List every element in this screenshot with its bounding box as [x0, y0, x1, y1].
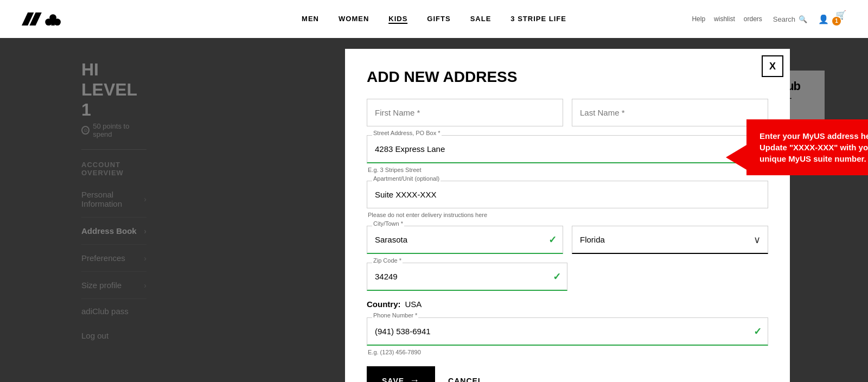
country-input[interactable]: [405, 300, 508, 309]
tooltip-bubble: Enter your MyUS address here! Update "XX…: [746, 119, 868, 175]
search-label: Search: [773, 15, 795, 23]
city-input[interactable]: [367, 226, 563, 254]
street-row: Street Address, PO Box *: [367, 135, 768, 163]
state-field: Florida California New York Texas ∨: [572, 226, 768, 254]
country-label: Country:: [367, 300, 401, 309]
phone-input[interactable]: [367, 317, 768, 346]
save-arrow-icon: →: [410, 375, 420, 382]
header-links: Help wishlist orders: [692, 15, 762, 23]
zip-row: Zip Code * ✓: [367, 263, 768, 291]
cart-badge: 1: [832, 17, 841, 26]
help-link[interactable]: Help: [692, 15, 705, 23]
street-field: Street Address, PO Box *: [367, 135, 768, 163]
phone-check-icon: ✓: [754, 326, 762, 338]
page-background: HI LEVEL 1 ⊙ 50 points to spend ACCOUNT …: [0, 38, 868, 382]
phone-row: Phone Number * ✓: [367, 317, 768, 346]
apt-warning: Please do not enter delivery instruction…: [367, 212, 768, 218]
phone-hint: E.g. (123) 456-7890: [367, 349, 768, 355]
street-label: Street Address, PO Box *: [372, 130, 442, 136]
zip-label: Zip Code *: [372, 257, 403, 264]
header-right: Help wishlist orders Search 🔍 👤 🛒 1: [692, 10, 846, 29]
last-name-field: [572, 99, 768, 126]
wishlist-link[interactable]: wishlist: [714, 15, 735, 23]
main-nav: MEN WOMEN KIDS GIFTS SALE 3 STRIPE LIFE: [302, 15, 566, 24]
save-button[interactable]: SAVE →: [367, 366, 435, 382]
header: MEN WOMEN KIDS GIFTS SALE 3 STRIPE LIFE …: [0, 0, 868, 38]
last-name-input[interactable]: [572, 99, 768, 126]
nav-men[interactable]: MEN: [302, 15, 319, 24]
header-icons: 👤 🛒 1: [818, 10, 846, 29]
modal-close-button[interactable]: X: [762, 55, 783, 77]
search-area[interactable]: Search 🔍: [773, 15, 807, 23]
nav-sale[interactable]: SALE: [470, 15, 492, 24]
zip-field: Zip Code * ✓: [367, 263, 567, 291]
nav-women[interactable]: WOMEN: [339, 15, 369, 24]
cancel-button[interactable]: CANCEL: [448, 377, 483, 383]
nav-kids[interactable]: KIDS: [388, 15, 407, 24]
user-icon[interactable]: 👤: [818, 14, 829, 24]
search-icon[interactable]: 🔍: [799, 15, 807, 23]
city-check-icon: ✓: [548, 234, 557, 246]
country-row: Country:: [367, 300, 768, 309]
form-actions: SAVE → CANCEL: [367, 366, 768, 382]
adidas-logo-icon: [22, 8, 65, 30]
city-field: City/Town * ✓: [367, 226, 563, 254]
apt-field: Apartment/Unit (optional): [367, 181, 768, 208]
orders-link[interactable]: orders: [744, 15, 762, 23]
street-hint: E.g. 3 Stripes Street: [367, 167, 768, 173]
city-state-row: City/Town * ✓ Florida California New Yor…: [367, 226, 768, 254]
svg-point-3: [54, 18, 61, 26]
phone-label: Phone Number *: [372, 312, 418, 319]
svg-rect-5: [51, 18, 54, 26]
apt-row: Apartment/Unit (optional): [367, 181, 768, 208]
city-label: City/Town *: [372, 220, 404, 227]
zip-input[interactable]: [367, 263, 567, 291]
svg-point-4: [45, 18, 52, 26]
nav-3-stripe-life[interactable]: 3 STRIPE LIFE: [510, 15, 566, 24]
name-row: [367, 99, 768, 126]
add-address-modal: X ADD NEW ADDRESS Street Address, PO Box…: [345, 49, 790, 382]
state-select[interactable]: Florida California New York Texas: [572, 226, 768, 254]
save-label: SAVE: [382, 377, 404, 383]
nav-gifts[interactable]: GIFTS: [427, 15, 450, 24]
modal-title: ADD NEW ADDRESS: [367, 68, 768, 86]
first-name-input[interactable]: [367, 99, 563, 126]
first-name-field: [367, 99, 563, 126]
apt-input[interactable]: [367, 181, 768, 208]
logo[interactable]: [22, 8, 65, 30]
zip-check-icon: ✓: [553, 271, 561, 283]
phone-field: Phone Number * ✓: [367, 317, 768, 346]
street-input[interactable]: [367, 135, 768, 163]
apt-label: Apartment/Unit (optional): [372, 175, 441, 182]
